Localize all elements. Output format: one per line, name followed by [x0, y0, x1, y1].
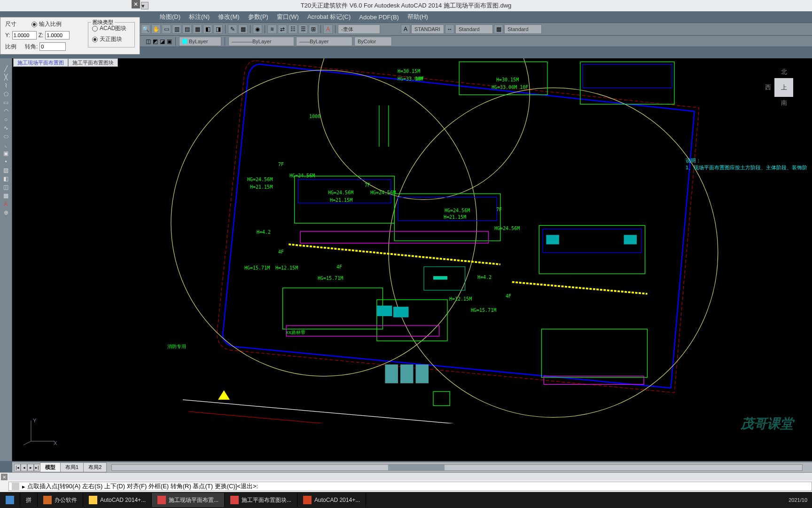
tool-icon[interactable]: ◩: [153, 38, 158, 45]
font-combo[interactable]: -隶体: [338, 24, 380, 34]
menu-window[interactable]: 窗口(W): [277, 13, 299, 21]
style-icon[interactable]: A: [401, 24, 410, 34]
taskbar-autocad-1[interactable]: 施工现场平面布置...: [152, 493, 225, 507]
watermark: 茂哥课堂: [741, 415, 793, 433]
color-combo[interactable]: ByColor: [354, 37, 392, 46]
tz-radio[interactable]: [92, 37, 98, 42]
tool-icon[interactable]: ⊕: [2, 209, 10, 216]
doc-tab-2[interactable]: 施工平面布置图块: [68, 58, 118, 67]
tool-icon[interactable]: ▣: [167, 38, 172, 45]
tool-icon[interactable]: ▤: [182, 24, 192, 34]
menu-help[interactable]: 帮助(H): [407, 13, 428, 21]
command-line[interactable]: ▸点取插入点[转90(A) 左右(S) 上下(D) 对齐(F) 外框(E) 转角…: [8, 482, 812, 491]
tab-prev-icon[interactable]: ◂: [21, 464, 27, 471]
table-icon[interactable]: ▦: [2, 192, 10, 199]
mtext-icon[interactable]: A: [2, 200, 10, 208]
layer-combo[interactable]: ByLayer: [179, 37, 221, 46]
text-icon[interactable]: A: [323, 24, 333, 34]
viewcube-top[interactable]: 上: [774, 78, 793, 97]
taskbar-powerpoint[interactable]: AutoCAD 2014+...: [297, 493, 366, 507]
match-icon[interactable]: ⇄: [278, 24, 287, 34]
h-scrollbar[interactable]: [111, 464, 803, 471]
cmd-close-icon[interactable]: ✕: [1, 474, 8, 480]
hatch-icon[interactable]: ▨: [2, 167, 10, 174]
taskbar-autocad-2[interactable]: 施工平面布置图块...: [225, 493, 297, 507]
block-icon[interactable]: ▣: [2, 150, 10, 157]
taskbar-ime[interactable]: 拼: [20, 493, 38, 507]
tool-icon[interactable]: ◫: [146, 38, 151, 45]
table-icon[interactable]: ▦: [494, 24, 503, 34]
separator: [250, 25, 250, 33]
tool-icon[interactable]: ▥: [172, 24, 181, 34]
point-icon[interactable]: •: [2, 158, 10, 166]
tab-next-icon[interactable]: ▸: [27, 464, 34, 471]
svg-rect-4: [580, 62, 674, 104]
viewcube[interactable]: 北 西 上 东 南: [765, 68, 803, 124]
gradient-icon[interactable]: ◧: [2, 175, 10, 183]
circle-icon[interactable]: ○: [2, 116, 10, 123]
tool-icon[interactable]: ◧: [203, 24, 212, 34]
textstyle-combo[interactable]: STANDARI: [411, 24, 444, 34]
tool-icon[interactable]: ▦: [238, 24, 248, 34]
menu-modify[interactable]: 修改(M): [218, 13, 240, 21]
tab-layout1[interactable]: 布局1: [60, 462, 84, 472]
menu-annotate[interactable]: 标注(N): [189, 13, 210, 21]
rot-input[interactable]: [39, 42, 66, 51]
y-input[interactable]: [12, 31, 37, 40]
tool-icon[interactable]: ☷: [288, 24, 297, 34]
block-insert-dialog: 尺寸 输入比例 Y: Z: 比例 转角: 图块类型 ACAD图块 天正图块: [0, 17, 140, 55]
tab-layout2[interactable]: 布局2: [83, 462, 107, 472]
menu-acrobat[interactable]: Acrobat 标记(C): [307, 13, 351, 21]
ellipse-icon[interactable]: ⬭: [2, 133, 10, 140]
doc-tab-1[interactable]: 施工现场平面布置图: [13, 58, 68, 67]
tab-first-icon[interactable]: |◂: [14, 464, 21, 471]
taskbar-explorer[interactable]: AutoCAD 2014+...: [83, 493, 152, 507]
lineweight-combo[interactable]: —— ByLayer: [296, 37, 352, 46]
tool-icon[interactable]: ⊞: [309, 24, 318, 34]
taskbar-office[interactable]: 办公软件: [38, 493, 83, 507]
menu-param[interactable]: 参数(P): [248, 13, 268, 21]
separator: [225, 37, 225, 46]
tool-icon[interactable]: ▭: [162, 24, 171, 34]
quick-access-toolbar: ▾: [141, 0, 148, 11]
tablestyle-combo[interactable]: Standard: [504, 24, 542, 34]
polygon-icon[interactable]: ⬠: [2, 90, 10, 98]
rot-label: 转角:: [25, 43, 38, 51]
arc-icon[interactable]: ◠: [2, 107, 10, 115]
tool-icon[interactable]: ☰: [298, 24, 308, 34]
layer-icon[interactable]: ≡: [267, 24, 277, 34]
region-icon[interactable]: ◫: [2, 183, 10, 191]
tab-model[interactable]: 模型: [40, 462, 61, 472]
svg-rect-3: [459, 62, 547, 95]
scale-radio[interactable]: [31, 22, 37, 27]
svg-text:Y: Y: [33, 418, 37, 423]
tool-icon[interactable]: ✎: [228, 24, 237, 34]
linetype-combo[interactable]: ———— ByLayer: [228, 37, 294, 46]
rect-icon[interactable]: ▭: [2, 99, 10, 106]
cmd-prompt-icon: [12, 483, 19, 490]
menu-adobepdf[interactable]: Adobe PDF(B): [359, 14, 399, 21]
z-input[interactable]: [45, 31, 70, 40]
svg-rect-16: [286, 325, 439, 336]
tool-icon[interactable]: ▦: [193, 24, 202, 34]
drawing-canvas[interactable]: H=30.15MHG=33.00M 10FH=30.15MHG=33.00M10…: [12, 58, 812, 461]
taskbar-clock[interactable]: 2021/10: [789, 497, 812, 503]
line-icon[interactable]: ╱: [2, 65, 10, 72]
tool-icon[interactable]: ◪: [160, 38, 165, 45]
tool-icon[interactable]: ◨: [213, 24, 223, 34]
pline-icon[interactable]: ⌇: [2, 82, 10, 89]
acad-radio[interactable]: [92, 26, 98, 32]
tab-last-icon[interactable]: ▸|: [34, 464, 40, 471]
menu-draw[interactable]: 绘图(D): [160, 13, 180, 21]
zoom-icon[interactable]: 🔍: [141, 24, 150, 34]
ellipse-arc-icon[interactable]: ◟: [2, 141, 10, 149]
tool-icon[interactable]: ◉: [253, 24, 262, 34]
dialog-close-icon[interactable]: ✕: [132, 0, 140, 8]
dimstyle-combo[interactable]: Standard: [455, 24, 493, 34]
dim-icon[interactable]: ↔: [445, 24, 454, 34]
xline-icon[interactable]: ╳: [2, 73, 10, 81]
pan-icon[interactable]: ✋: [151, 24, 161, 34]
qat-dropdown-icon[interactable]: ▾: [141, 2, 148, 9]
spline-icon[interactable]: ∿: [2, 124, 10, 132]
start-button[interactable]: [0, 493, 20, 507]
